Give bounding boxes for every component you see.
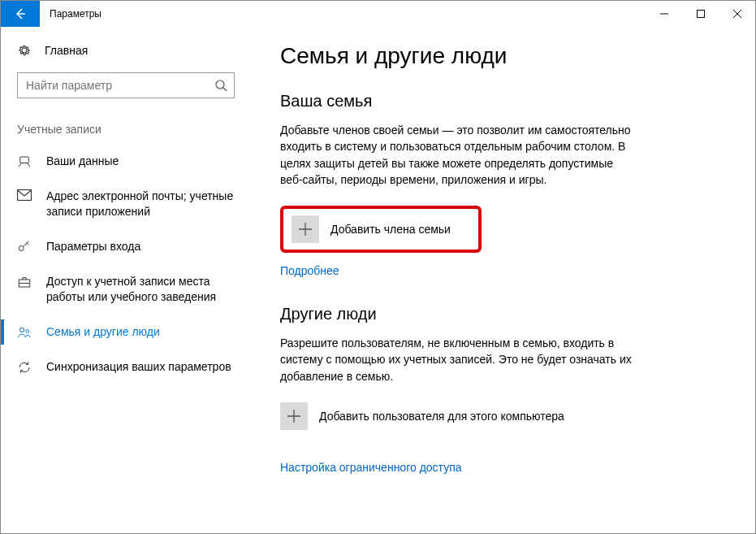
sidebar-item-work-school[interactable]: Доступ к учетной записи места работы или…	[1, 264, 251, 315]
window-title: Параметры	[40, 1, 646, 27]
main-content: Семья и другие люди Ваша семья Добавьте …	[251, 27, 755, 533]
sidebar-item-label: Параметры входа	[46, 239, 235, 254]
minimize-button[interactable]	[646, 1, 682, 27]
add-family-member-button[interactable]: Добавить члена семьи	[280, 206, 482, 253]
briefcase-icon	[17, 275, 32, 289]
maximize-button[interactable]	[682, 1, 719, 27]
window-controls	[646, 1, 755, 27]
person-icon	[17, 154, 32, 169]
sidebar-item-label: Синхронизация ваших параметров	[46, 359, 235, 375]
search-container	[1, 64, 251, 113]
arrow-left-icon	[14, 7, 27, 20]
svg-rect-2	[20, 157, 29, 163]
add-family-member-label: Добавить члена семьи	[330, 223, 451, 236]
svg-point-4	[19, 245, 24, 250]
add-other-user-button[interactable]: Добавить пользователя для этого компьюте…	[280, 402, 723, 430]
people-icon	[17, 325, 32, 340]
svg-point-6	[19, 328, 24, 332]
svg-point-1	[216, 80, 224, 89]
plus-icon	[280, 402, 308, 430]
sidebar-home[interactable]: Главная	[1, 37, 251, 64]
svg-point-7	[26, 329, 29, 332]
plus-icon	[292, 215, 319, 243]
sidebar-item-label: Адрес электронной почты; учетные записи …	[46, 189, 235, 219]
search-input[interactable]	[26, 79, 214, 92]
svg-rect-0	[697, 11, 704, 18]
family-section-title: Ваша семья	[280, 92, 723, 111]
sidebar-item-signin-options[interactable]: Параметры входа	[1, 229, 251, 264]
sidebar-item-label: Доступ к учетной записи места работы или…	[46, 274, 235, 305]
others-section-title: Другие люди	[280, 305, 723, 323]
search-icon	[214, 79, 227, 92]
gear-icon	[17, 43, 32, 58]
restricted-access-link[interactable]: Настройка ограниченного доступа	[280, 461, 462, 474]
titlebar: Параметры	[1, 1, 755, 27]
mail-icon	[17, 189, 32, 201]
family-section-text: Добавьте членов своей семьи — это позвол…	[280, 122, 637, 188]
close-button[interactable]	[719, 1, 755, 27]
sidebar-item-family[interactable]: Семья и другие люди	[1, 315, 251, 349]
page-title: Семья и другие люди	[280, 43, 723, 69]
sidebar-item-email-accounts[interactable]: Адрес электронной почты; учетные записи …	[1, 179, 251, 229]
sidebar-item-sync[interactable]: Синхронизация ваших параметров	[1, 349, 251, 384]
key-icon	[17, 240, 32, 254]
sync-icon	[17, 360, 32, 375]
sidebar-group-header: Учетные записи	[1, 113, 251, 144]
search-box[interactable]	[17, 72, 235, 98]
add-other-user-label: Добавить пользователя для этого компьюте…	[319, 410, 564, 423]
sidebar-item-your-info[interactable]: Ваши данные	[1, 144, 251, 179]
family-more-link[interactable]: Подробнее	[280, 264, 339, 277]
back-button[interactable]	[1, 1, 40, 27]
others-section-text: Разрешите пользователям, не включенным в…	[280, 335, 637, 384]
sidebar-home-label: Главная	[45, 44, 88, 57]
sidebar: Главная Учетные записи Ваши данные Адрес…	[1, 27, 251, 533]
sidebar-item-label: Ваши данные	[46, 154, 235, 169]
sidebar-item-label: Семья и другие люди	[46, 324, 235, 340]
